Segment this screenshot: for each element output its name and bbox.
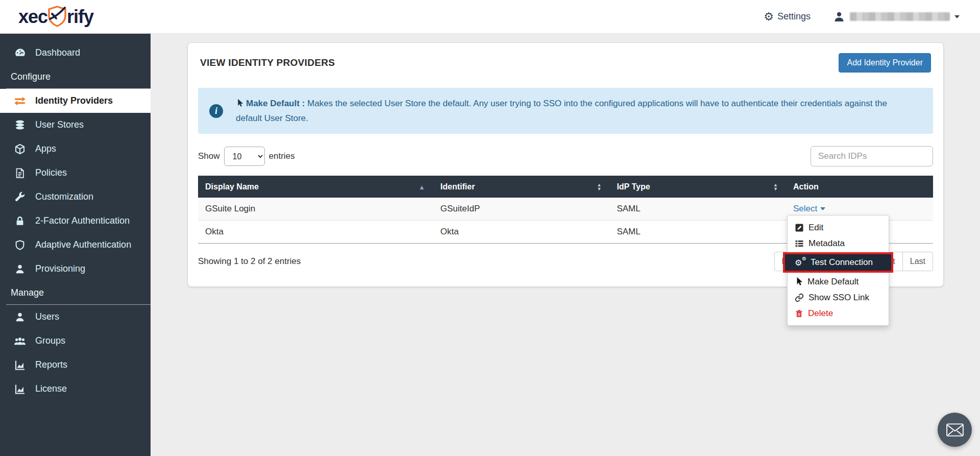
chart-icon [13,383,27,395]
dashboard-icon [13,46,27,59]
info-banner-body: Makes the selected User Store the defaul… [236,99,887,123]
page-title: VIEW IDENTITY PROVIDERS [200,57,335,68]
sidebar-item-label: Groups [35,335,65,346]
cell-identifier: Okta [433,221,610,244]
cell-identifier: GSuiteIdP [433,198,610,221]
envelope-icon [946,422,964,438]
sidebar-item-user-stores[interactable]: User Stores [0,113,151,137]
contact-chat-button[interactable] [938,413,972,447]
sidebar-item-label: Reports [35,359,67,370]
user-icon [13,311,27,323]
sidebar-item-label: Customization [35,191,93,202]
info-banner: i Make Default : Makes the selected User… [198,88,933,134]
chevron-down-icon [954,15,960,18]
cell-display-name: Okta [198,221,433,244]
shield-logo-icon [48,6,66,27]
lock-icon [13,215,27,227]
settings-label: Settings [777,11,811,22]
user-account-menu[interactable] [833,11,960,23]
exchange-icon [13,94,27,108]
cogs-icon: ⚙⚙ [795,258,806,267]
sidebar-item-adaptive-auth[interactable]: Adaptive Authentication [0,233,151,257]
add-identity-provider-button[interactable]: Add Identity Provider [839,53,931,73]
logo-text-left: xec [18,6,47,28]
cell-idp-type: SAML [609,221,786,244]
menu-item-test-connection[interactable]: ⚙⚙ Test Connection [783,252,893,273]
info-banner-prefix: Make Default : [246,99,305,108]
info-icon: i [209,104,223,118]
users-icon [13,335,27,347]
sidebar-item-apps[interactable]: Apps [0,137,151,161]
sidebar: Dashboard Configure Identity Providers U… [0,34,151,456]
sort-icon[interactable]: ▲▼ [773,183,778,191]
pointer-icon [795,277,803,286]
sidebar-item-label: Policies [35,167,67,178]
menu-item-make-default[interactable]: Make Default [788,274,889,290]
sidebar-section-manage: Manage [0,281,151,304]
info-banner-text: Make Default : Makes the selected User S… [236,97,915,125]
sidebar-item-label: 2-Factor Authentication [35,215,130,226]
sidebar-item-label: Dashboard [35,47,80,58]
column-header-idp-type[interactable]: IdP Type ▲▼ [609,176,786,198]
sidebar-item-groups[interactable]: Groups [0,329,151,353]
sidebar-item-identity-providers[interactable]: Identity Providers [0,89,151,113]
sidebar-item-label: Provisioning [35,263,85,274]
sidebar-item-label: Users [35,311,59,322]
pointer-icon [236,99,243,112]
sidebar-item-label: User Stores [35,119,84,130]
sidebar-item-policies[interactable]: Policies [0,161,151,185]
wrench-icon [13,191,27,203]
sidebar-item-license[interactable]: License [0,377,151,401]
sidebar-item-label: Apps [35,143,56,154]
shield-icon [13,239,27,251]
cell-display-name: GSuite Login [198,198,433,221]
chart-icon [13,359,27,371]
top-bar: xec rify ⚙ Settings [0,0,980,34]
sort-icon[interactable]: ▲▼ [597,183,601,191]
edit-icon [795,223,804,232]
sidebar-item-label: Adaptive Authentication [35,239,131,250]
menu-item-metadata[interactable]: Metadata [788,235,889,251]
entries-per-page-select[interactable]: 10 [224,147,265,166]
settings-button[interactable]: ⚙ Settings [764,11,811,22]
column-header-identifier[interactable]: Identifier ▲▼ [433,176,610,198]
trash-icon [795,309,803,318]
column-header-display-name[interactable]: Display Name ▲ [198,176,433,198]
sidebar-item-label: Identity Providers [35,95,113,106]
xecurify-logo[interactable]: xec rify [18,6,93,28]
menu-item-edit[interactable]: Edit [788,220,889,235]
user-icon [13,263,27,275]
menu-item-show-sso-link[interactable]: Show SSO Link [788,290,889,305]
link-icon [795,293,804,302]
entries-label: entries [269,151,295,161]
document-icon [13,167,27,179]
logo-text-right: rify [67,6,93,28]
table-controls: Show 10 entries [198,146,933,166]
select-action-dropdown-toggle[interactable]: Select [793,204,825,214]
cell-idp-type: SAML [609,198,786,221]
user-icon [833,11,845,23]
show-label: Show [198,151,220,161]
sidebar-item-2fa[interactable]: 2-Factor Authentication [0,209,151,233]
sidebar-item-customization[interactable]: Customization [0,185,151,209]
user-email-redacted [850,12,950,21]
sidebar-item-reports[interactable]: Reports [0,353,151,377]
database-icon [13,119,27,131]
page: xec rify ⚙ Settings [0,0,980,456]
sidebar-item-dashboard[interactable]: Dashboard [0,41,151,65]
sort-asc-icon[interactable]: ▲ [419,183,425,190]
gear-icon: ⚙ [764,11,774,22]
sidebar-item-label: License [35,383,67,394]
search-input[interactable] [811,146,933,166]
sidebar-section-configure: Configure [0,65,151,88]
table-summary: Showing 1 to 2 of 2 entries [198,256,301,267]
action-dropdown-menu: Edit Metadata ⚙⚙ Test Connection Make De… [787,215,889,326]
pagination-last-button[interactable]: Last [902,252,933,271]
chevron-down-icon [820,207,825,210]
sidebar-item-provisioning[interactable]: Provisioning [0,257,151,281]
cube-icon [13,143,27,155]
column-header-action: Action [786,176,933,198]
menu-item-delete[interactable]: Delete [788,305,889,321]
sidebar-item-users[interactable]: Users [0,305,151,329]
list-icon [795,239,804,248]
